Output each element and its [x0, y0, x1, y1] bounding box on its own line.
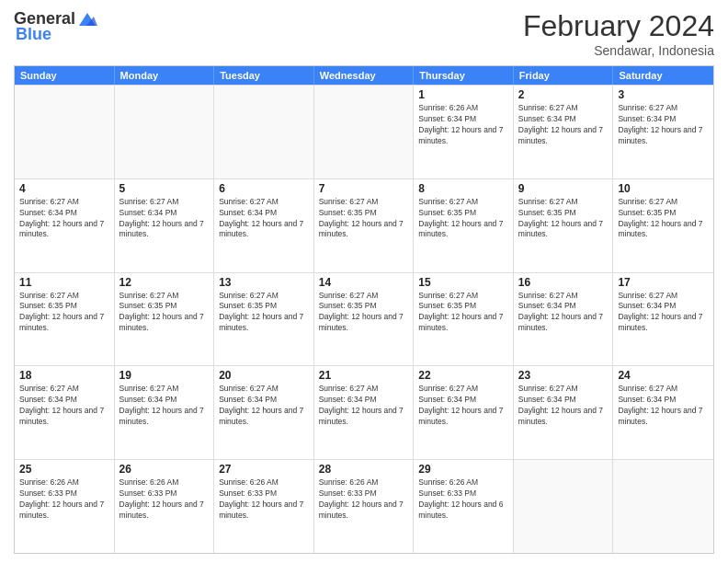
- calendar-empty-cell: [115, 86, 215, 178]
- logo-icon: [77, 11, 97, 28]
- calendar-day-29: 29Sunrise: 6:26 AM Sunset: 6:33 PM Dayli…: [414, 460, 514, 553]
- day-info: Sunrise: 6:27 AM Sunset: 6:35 PM Dayligh…: [418, 197, 508, 241]
- calendar-day-11: 11Sunrise: 6:27 AM Sunset: 6:35 PM Dayli…: [15, 273, 115, 366]
- day-info: Sunrise: 6:27 AM Sunset: 6:35 PM Dayligh…: [19, 291, 109, 335]
- day-info: Sunrise: 6:27 AM Sunset: 6:34 PM Dayligh…: [219, 197, 309, 241]
- calendar-day-13: 13Sunrise: 6:27 AM Sunset: 6:35 PM Dayli…: [214, 273, 314, 366]
- day-info: Sunrise: 6:26 AM Sunset: 6:34 PM Dayligh…: [418, 103, 508, 147]
- calendar-day-16: 16Sunrise: 6:27 AM Sunset: 6:34 PM Dayli…: [514, 273, 614, 366]
- day-number: 18: [19, 369, 109, 382]
- day-number: 1: [418, 88, 508, 101]
- calendar-day-24: 24Sunrise: 6:27 AM Sunset: 6:34 PM Dayli…: [613, 366, 713, 459]
- day-info: Sunrise: 6:26 AM Sunset: 6:33 PM Dayligh…: [19, 477, 109, 522]
- day-info: Sunrise: 6:27 AM Sunset: 6:35 PM Dayligh…: [319, 197, 409, 241]
- calendar-week-0: 1Sunrise: 6:26 AM Sunset: 6:34 PM Daylig…: [15, 85, 713, 178]
- day-info: Sunrise: 6:26 AM Sunset: 6:33 PM Dayligh…: [319, 477, 409, 522]
- day-info: Sunrise: 6:27 AM Sunset: 6:34 PM Dayligh…: [518, 291, 609, 335]
- day-info: Sunrise: 6:26 AM Sunset: 6:33 PM Dayligh…: [119, 477, 210, 522]
- calendar-day-6: 6Sunrise: 6:27 AM Sunset: 6:34 PM Daylig…: [214, 179, 314, 272]
- day-number: 2: [518, 88, 609, 101]
- calendar-day-8: 8Sunrise: 6:27 AM Sunset: 6:35 PM Daylig…: [414, 179, 514, 272]
- day-info: Sunrise: 6:27 AM Sunset: 6:35 PM Dayligh…: [119, 291, 210, 335]
- calendar-body: 1Sunrise: 6:26 AM Sunset: 6:34 PM Daylig…: [15, 85, 713, 553]
- calendar-day-22: 22Sunrise: 6:27 AM Sunset: 6:34 PM Dayli…: [414, 366, 514, 459]
- calendar-day-9: 9Sunrise: 6:27 AM Sunset: 6:35 PM Daylig…: [514, 179, 614, 272]
- title-block: February 2024 Sendawar, Indonesia: [523, 9, 714, 58]
- day-number: 22: [418, 369, 508, 382]
- header-day-tuesday: Tuesday: [214, 66, 314, 85]
- day-number: 25: [19, 463, 109, 476]
- header-day-friday: Friday: [514, 66, 614, 85]
- header-day-thursday: Thursday: [414, 66, 514, 85]
- day-number: 10: [618, 182, 709, 195]
- month-title: February 2024: [523, 9, 714, 43]
- day-number: 23: [518, 369, 609, 382]
- day-info: Sunrise: 6:27 AM Sunset: 6:34 PM Dayligh…: [119, 197, 210, 241]
- calendar-empty-cell: [214, 86, 314, 178]
- day-number: 6: [219, 182, 309, 195]
- calendar-day-4: 4Sunrise: 6:27 AM Sunset: 6:34 PM Daylig…: [15, 179, 115, 272]
- day-info: Sunrise: 6:27 AM Sunset: 6:34 PM Dayligh…: [618, 384, 709, 428]
- calendar-day-1: 1Sunrise: 6:26 AM Sunset: 6:34 PM Daylig…: [414, 86, 514, 178]
- day-info: Sunrise: 6:27 AM Sunset: 6:34 PM Dayligh…: [319, 384, 409, 428]
- calendar-empty-cell: [314, 86, 415, 178]
- calendar: SundayMondayTuesdayWednesdayThursdayFrid…: [14, 65, 714, 554]
- calendar-day-5: 5Sunrise: 6:27 AM Sunset: 6:34 PM Daylig…: [115, 179, 215, 272]
- calendar-day-10: 10Sunrise: 6:27 AM Sunset: 6:35 PM Dayli…: [613, 179, 713, 272]
- calendar-header: SundayMondayTuesdayWednesdayThursdayFrid…: [15, 66, 713, 85]
- calendar-day-17: 17Sunrise: 6:27 AM Sunset: 6:34 PM Dayli…: [613, 273, 713, 366]
- header-day-sunday: Sunday: [15, 66, 115, 85]
- day-number: 11: [19, 276, 109, 289]
- calendar-day-14: 14Sunrise: 6:27 AM Sunset: 6:35 PM Dayli…: [314, 273, 415, 366]
- calendar-empty-cell: [613, 460, 713, 553]
- day-info: Sunrise: 6:27 AM Sunset: 6:34 PM Dayligh…: [618, 103, 709, 147]
- day-info: Sunrise: 6:27 AM Sunset: 6:35 PM Dayligh…: [418, 291, 508, 335]
- day-info: Sunrise: 6:27 AM Sunset: 6:34 PM Dayligh…: [518, 103, 609, 147]
- day-number: 24: [618, 369, 709, 382]
- day-number: 4: [19, 182, 109, 195]
- day-number: 13: [219, 276, 309, 289]
- calendar-week-3: 18Sunrise: 6:27 AM Sunset: 6:34 PM Dayli…: [15, 365, 713, 459]
- calendar-day-26: 26Sunrise: 6:26 AM Sunset: 6:33 PM Dayli…: [115, 460, 215, 553]
- day-info: Sunrise: 6:26 AM Sunset: 6:33 PM Dayligh…: [219, 477, 309, 522]
- calendar-day-12: 12Sunrise: 6:27 AM Sunset: 6:35 PM Dayli…: [115, 273, 215, 366]
- calendar-day-23: 23Sunrise: 6:27 AM Sunset: 6:34 PM Dayli…: [514, 366, 614, 459]
- calendar-week-4: 25Sunrise: 6:26 AM Sunset: 6:33 PM Dayli…: [15, 459, 713, 553]
- header-day-monday: Monday: [115, 66, 215, 85]
- calendar-day-19: 19Sunrise: 6:27 AM Sunset: 6:34 PM Dayli…: [115, 366, 215, 459]
- calendar-day-2: 2Sunrise: 6:27 AM Sunset: 6:34 PM Daylig…: [514, 86, 614, 178]
- calendar-empty-cell: [514, 460, 614, 553]
- day-info: Sunrise: 6:27 AM Sunset: 6:34 PM Dayligh…: [618, 291, 709, 335]
- day-number: 19: [119, 369, 210, 382]
- calendar-day-3: 3Sunrise: 6:27 AM Sunset: 6:34 PM Daylig…: [613, 86, 713, 178]
- day-number: 7: [319, 182, 409, 195]
- calendar-day-27: 27Sunrise: 6:26 AM Sunset: 6:33 PM Dayli…: [214, 460, 314, 553]
- day-info: Sunrise: 6:27 AM Sunset: 6:34 PM Dayligh…: [119, 384, 210, 428]
- header: General Blue February 2024 Sendawar, Ind…: [14, 9, 714, 58]
- day-info: Sunrise: 6:27 AM Sunset: 6:35 PM Dayligh…: [319, 291, 409, 335]
- logo-blue: Blue: [16, 25, 51, 44]
- day-number: 20: [219, 369, 309, 382]
- calendar-day-21: 21Sunrise: 6:27 AM Sunset: 6:34 PM Dayli…: [314, 366, 415, 459]
- day-number: 12: [119, 276, 210, 289]
- calendar-day-25: 25Sunrise: 6:26 AM Sunset: 6:33 PM Dayli…: [15, 460, 115, 553]
- day-number: 5: [119, 182, 210, 195]
- calendar-day-20: 20Sunrise: 6:27 AM Sunset: 6:34 PM Dayli…: [214, 366, 314, 459]
- day-number: 29: [418, 463, 508, 476]
- day-number: 26: [119, 463, 210, 476]
- day-info: Sunrise: 6:27 AM Sunset: 6:34 PM Dayligh…: [19, 197, 109, 241]
- calendar-day-28: 28Sunrise: 6:26 AM Sunset: 6:33 PM Dayli…: [314, 460, 415, 553]
- day-number: 17: [618, 276, 709, 289]
- day-info: Sunrise: 6:26 AM Sunset: 6:33 PM Dayligh…: [418, 477, 508, 522]
- day-info: Sunrise: 6:27 AM Sunset: 6:34 PM Dayligh…: [418, 384, 508, 428]
- calendar-day-18: 18Sunrise: 6:27 AM Sunset: 6:34 PM Dayli…: [15, 366, 115, 459]
- calendar-week-1: 4Sunrise: 6:27 AM Sunset: 6:34 PM Daylig…: [15, 178, 713, 272]
- day-info: Sunrise: 6:27 AM Sunset: 6:35 PM Dayligh…: [618, 197, 709, 241]
- day-info: Sunrise: 6:27 AM Sunset: 6:34 PM Dayligh…: [518, 384, 609, 428]
- day-number: 8: [418, 182, 508, 195]
- location: Sendawar, Indonesia: [523, 43, 714, 58]
- day-info: Sunrise: 6:27 AM Sunset: 6:35 PM Dayligh…: [518, 197, 609, 241]
- header-day-saturday: Saturday: [613, 66, 713, 85]
- logo: General Blue: [14, 9, 97, 44]
- day-info: Sunrise: 6:27 AM Sunset: 6:35 PM Dayligh…: [219, 291, 309, 335]
